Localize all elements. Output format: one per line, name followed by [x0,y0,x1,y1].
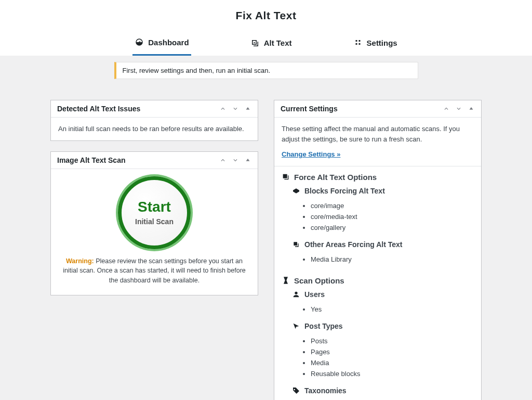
posttypes-header: Post Types [304,322,343,330]
start-label-main: Start [138,200,171,214]
move-up-icon[interactable] [219,157,227,164]
box-title: Current Settings [281,105,338,113]
tabs: Dashboard Alt Text Settings [0,32,532,56]
users-icon [292,290,300,299]
list-item: core/media-text [311,211,474,222]
blocks-header: Blocks Forcing Alt Text [304,187,385,195]
box-detected-issues: Detected Alt Text Issues An initial full… [50,100,258,141]
posttypes-icon [292,322,300,330]
blocks-icon [292,187,300,195]
issues-body: An initial full scan needs to be ran bef… [58,124,250,134]
tab-label: Settings [367,38,397,47]
alttext-icon [250,38,260,48]
users-header: Users [304,290,325,299]
change-settings-link[interactable]: Change Settings » [282,150,340,158]
settings-desc: These setting affect the manual and auto… [282,124,474,144]
list-item: Yes [311,304,474,315]
tab-label: Alt Text [264,38,292,47]
list-item: Posts [311,336,474,346]
box-current-settings: Current Settings These setting affect th… [274,100,482,400]
page-title: Fix Alt Text [0,9,532,22]
toggle-collapse-icon[interactable] [468,105,475,112]
start-label-sub: Initial Scan [135,217,174,226]
list-item: Media [311,357,474,368]
box-scan: Image Alt Text Scan Start Initial Scan W… [50,151,258,295]
other-areas-icon [292,240,300,249]
toggle-collapse-icon[interactable] [244,105,251,112]
list-item: Reusable blocks [311,368,474,379]
start-scan-button[interactable]: Start Initial Scan [118,176,191,249]
move-up-icon[interactable] [443,105,450,112]
force-icon [282,173,290,181]
box-title: Detected Alt Text Issues [57,105,140,113]
force-header: Force Alt Text Options [294,173,377,182]
box-title: Image Alt Text Scan [57,156,125,164]
move-up-icon[interactable] [219,105,227,112]
tab-settings[interactable]: Settings [351,32,400,56]
tax-header: Taxonomies [304,386,347,395]
list-item: core/image [311,200,474,211]
move-down-icon[interactable] [455,105,462,112]
tax-icon [292,386,300,395]
tab-dashboard[interactable]: Dashboard [132,32,191,56]
dashboard-icon [135,37,144,47]
users-list: Yes [311,302,474,317]
toggle-collapse-icon[interactable] [244,157,251,164]
other-areas-list: Media Library [311,252,474,267]
tab-alttext[interactable]: Alt Text [248,32,294,56]
move-down-icon[interactable] [232,105,239,112]
move-down-icon[interactable] [232,157,239,164]
blocks-list: core/image core/media-text core/gallery [311,198,474,235]
scan-icon [282,276,290,285]
notice-banner: First, review settings and then, run an … [114,62,418,79]
tab-label: Dashboard [148,38,189,47]
tax-list: Categories (category) Tags (post_tag) [311,398,474,401]
scan-warning: Warning: Please review the scan settings… [61,256,247,286]
posttypes-list: Posts Pages Media Reusable blocks [311,333,474,381]
list-item: Media Library [311,254,474,265]
list-item: Pages [311,346,474,357]
settings-icon [353,38,363,48]
list-item: core/gallery [311,222,474,233]
other-areas-header: Other Areas Forcing Alt Text [304,240,403,249]
scan-header: Scan Options [294,276,344,285]
